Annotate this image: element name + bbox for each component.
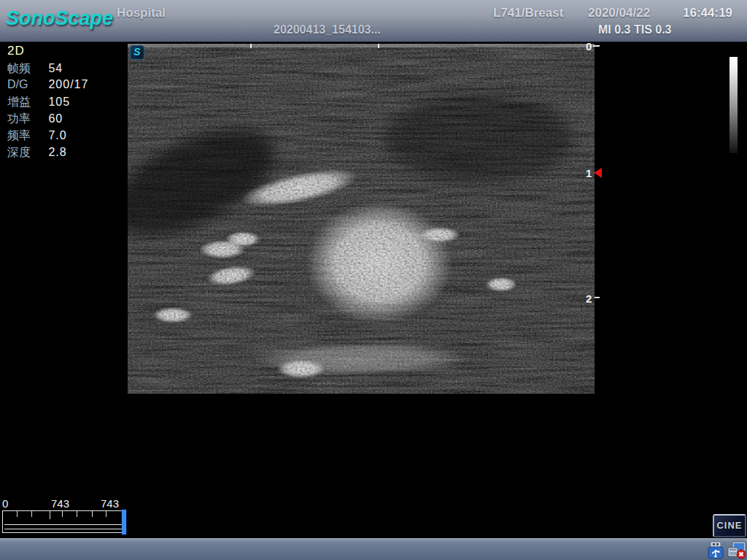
cine-frame-start: 0 bbox=[2, 497, 8, 510]
param-value: 7.0 bbox=[48, 129, 66, 141]
focus-position-marker[interactable] bbox=[594, 168, 602, 178]
probe-orientation-marker: S bbox=[130, 45, 144, 60]
sonoscape-logo: SonoScape bbox=[6, 7, 113, 30]
ruler-tick bbox=[92, 511, 93, 517]
ruler-tick bbox=[77, 511, 77, 517]
depth-mark-0: 0 bbox=[586, 40, 592, 52]
ultrasound-b-mode-image[interactable]: S bbox=[128, 44, 595, 394]
status-taskbar bbox=[0, 538, 747, 560]
ruler-tick bbox=[50, 511, 50, 519]
title-bar: SonoScape Hospital L741/Breast 2020/04/2… bbox=[0, 0, 747, 42]
ruler-tick bbox=[31, 511, 32, 517]
depth-tick bbox=[595, 297, 600, 298]
param-power: 功率 60 bbox=[7, 112, 63, 128]
cine-track bbox=[4, 524, 123, 529]
cine-frame-mid: 743 bbox=[51, 497, 69, 510]
cine-button[interactable]: CINE bbox=[713, 514, 746, 537]
depth-tick bbox=[593, 45, 600, 47]
param-label: 功率 bbox=[7, 112, 45, 127]
depth-mark-2: 2 bbox=[586, 292, 592, 305]
param-label: 增益 bbox=[7, 95, 45, 110]
param-label: D/G bbox=[7, 78, 45, 91]
cine-position-handle[interactable] bbox=[122, 510, 126, 534]
param-value: 2.8 bbox=[48, 146, 66, 158]
computer-error-icon[interactable] bbox=[727, 541, 746, 559]
hospital-name: Hospital bbox=[117, 6, 166, 20]
param-value: 60 bbox=[48, 112, 63, 125]
param-label: 帧频 bbox=[7, 61, 45, 77]
param-depth: 深度 2.8 bbox=[7, 145, 67, 161]
param-gain: 增益 105 bbox=[7, 95, 70, 111]
param-value: 54 bbox=[48, 62, 63, 74]
param-label: 频率 bbox=[7, 128, 45, 144]
param-frame-rate: 帧频 54 bbox=[7, 61, 63, 77]
param-value: 200/17 bbox=[48, 78, 88, 90]
param-label: 深度 bbox=[7, 145, 45, 160]
width-scale-tick bbox=[378, 44, 379, 48]
grayscale-map-bar bbox=[729, 57, 738, 153]
probe-preset-label: L741/Breast bbox=[493, 6, 563, 20]
ruler-tick bbox=[17, 511, 18, 517]
speckle-render bbox=[128, 44, 595, 394]
param-dynamic-range: D/G 200/17 bbox=[7, 78, 88, 94]
cine-frame-end: 743 bbox=[101, 497, 119, 510]
ruler-tick bbox=[106, 511, 107, 517]
mi-tis-indicator: MI 0.3 TIS 0.3 bbox=[598, 23, 671, 36]
ruler-tick bbox=[62, 511, 63, 517]
param-frequency: 频率 7.0 bbox=[7, 128, 67, 144]
depth-mark-1: 1 bbox=[586, 167, 592, 179]
imaging-mode-label: 2D bbox=[7, 44, 25, 58]
param-value: 105 bbox=[48, 96, 70, 108]
width-scale-tick bbox=[250, 44, 252, 48]
cine-scrubber[interactable] bbox=[2, 510, 125, 533]
system-time: 16:44:19 bbox=[683, 6, 732, 20]
system-date: 2020/04/22 bbox=[588, 6, 650, 20]
usb-icon[interactable] bbox=[706, 541, 725, 559]
exam-file-name: 20200413_154103... bbox=[274, 23, 381, 36]
